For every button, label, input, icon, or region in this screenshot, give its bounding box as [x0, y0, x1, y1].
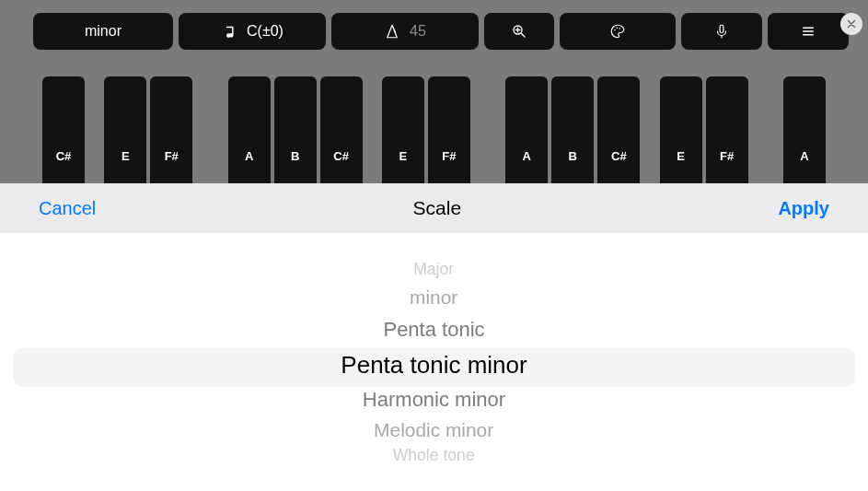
tempo-button[interactable]: 45	[331, 13, 479, 50]
picker-option[interactable]: Harmonic minor	[341, 384, 527, 415]
scale-label: minor	[85, 23, 122, 40]
picker-option[interactable]: Penta tonic minor	[341, 345, 527, 384]
apply-button[interactable]: Apply	[778, 198, 829, 219]
palette-icon	[609, 23, 626, 40]
cancel-button[interactable]: Cancel	[39, 198, 96, 219]
key-label: C(±0)	[247, 23, 284, 40]
key-gap	[474, 76, 486, 183]
svg-point-1	[614, 29, 616, 31]
svg-rect-4	[720, 25, 723, 32]
close-icon	[846, 18, 857, 29]
picker-option[interactable]: Major	[352, 259, 515, 278]
piano-key[interactable]: A	[505, 76, 548, 183]
mic-icon	[713, 23, 730, 40]
picker-option[interactable]: Melodic minor	[345, 415, 522, 445]
piano-key[interactable]: B	[274, 76, 317, 183]
piano-key[interactable]: C#	[597, 76, 640, 183]
top-area: minor C(±0) 45 C#EF#ABC#EF#ABC#EF#A	[0, 0, 868, 183]
piano-key[interactable]: C#	[320, 76, 363, 183]
picker-option[interactable]: Penta tonic	[341, 314, 527, 345]
music-note-icon	[221, 23, 237, 40]
key-gap	[752, 76, 764, 183]
svg-point-2	[616, 27, 618, 29]
piano-key[interactable]: B	[551, 76, 594, 183]
metronome-icon	[384, 23, 400, 40]
key-gap	[366, 76, 378, 183]
close-button[interactable]	[840, 13, 862, 35]
piano-key[interactable]: A	[783, 76, 826, 183]
picker-option[interactable]: Whole tone	[352, 445, 515, 464]
zoom-in-icon	[511, 23, 527, 40]
zoom-button[interactable]	[484, 13, 554, 50]
menu-button[interactable]	[768, 13, 849, 50]
piano-key[interactable]: A	[228, 76, 271, 183]
picker-option[interactable]: minor	[345, 283, 522, 312]
palette-button[interactable]	[560, 13, 676, 50]
piano-key[interactable]: E	[660, 76, 702, 183]
mic-button[interactable]	[681, 13, 762, 50]
piano-key[interactable]: C#	[42, 76, 85, 183]
key-gap	[490, 76, 502, 183]
key-gap	[88, 76, 100, 183]
key-gap	[196, 76, 208, 183]
piano-key[interactable]: F#	[150, 76, 192, 183]
tempo-value: 45	[410, 23, 426, 40]
key-gap	[643, 76, 655, 183]
svg-point-3	[619, 28, 620, 29]
sheet-header: Cancel Scale Apply	[0, 183, 868, 233]
menu-icon	[800, 23, 816, 40]
piano-key[interactable]: F#	[706, 76, 748, 183]
scale-picker[interactable]: MajorminorPenta tonicPenta tonic minorHa…	[0, 233, 868, 491]
sheet-title: Scale	[413, 197, 462, 219]
key-button[interactable]: C(±0)	[179, 13, 326, 50]
piano-key[interactable]: E	[382, 76, 424, 183]
key-gap	[768, 76, 780, 183]
piano-key[interactable]: F#	[428, 76, 470, 183]
scale-button[interactable]: minor	[33, 13, 173, 50]
keyboard-row: C#EF#ABC#EF#ABC#EF#A	[0, 76, 868, 183]
piano-key[interactable]: E	[104, 76, 146, 183]
toolbar: minor C(±0) 45	[33, 13, 835, 50]
key-gap	[212, 76, 224, 183]
picker-column[interactable]: MajorminorPenta tonicPenta tonic minorHa…	[341, 261, 527, 469]
